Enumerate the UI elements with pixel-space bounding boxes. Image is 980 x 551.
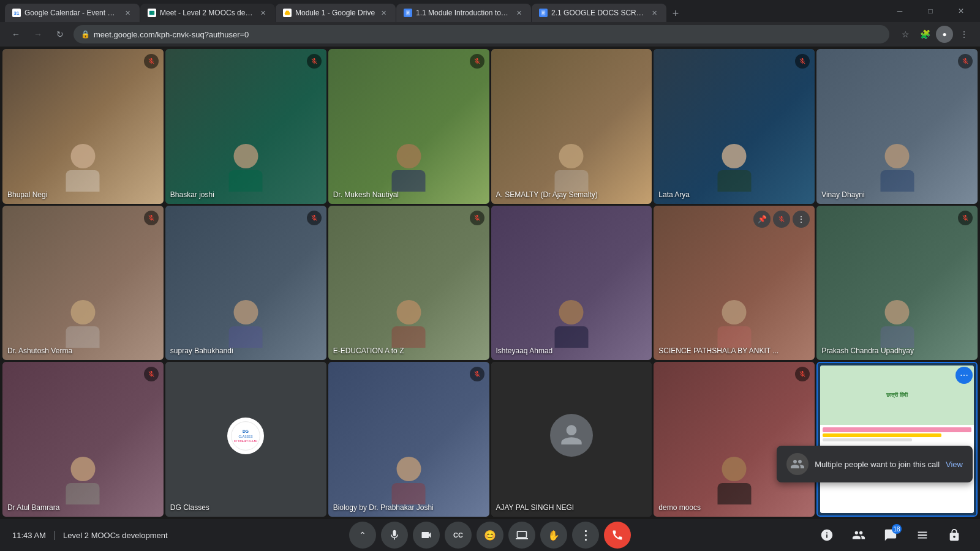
profile-button[interactable]: ● [936,26,953,43]
participant-tile-14[interactable]: DG CLASSES BY DRAJAT GULAN DG Classes [165,362,326,517]
participant-name-13: Dr Atul Bamrara [7,503,59,512]
microphone-button[interactable] [381,522,408,549]
svg-text:BY DRAJAT GULAN: BY DRAJAT GULAN [234,440,257,443]
forward-button[interactable]: → [29,26,47,43]
tab-label-doc1: 1.1 Module Introduction to ICT in... [416,9,510,17]
new-tab-button[interactable]: + [667,5,684,22]
participant-name-7: Dr. Ashutosh Verma [7,347,72,355]
more-options-toggle-button[interactable]: ⌃ [349,522,376,549]
participant-name-9: E-EDUCATION A to Z [333,347,404,355]
tab-favicon-calendar: 31 [12,9,21,17]
emoji-button[interactable]: 😊 [477,522,503,549]
participant-tile-16[interactable]: AJAY PAL SINGH NEGI [491,362,652,517]
meet-main-area: Bhupal Negi Bhaskar joshi Dr. Mukesh Nau… [0,47,980,519]
tab-label-doc2: 2.1 GOOGLE DOCS SCRIPT.docx -... [551,9,646,17]
raise-hand-button[interactable]: ✋ [540,522,567,549]
menu-button[interactable]: ⋮ [956,26,973,43]
mute-icon-3 [470,54,484,69]
tab-close-doc2[interactable]: ✕ [649,8,659,18]
captions-button[interactable]: CC [445,522,472,549]
meeting-title: Level 2 MOOCs development [63,531,168,540]
mute-icon-9 [470,211,484,225]
participant-name-12: Prakash Chandra Upadhyay [821,347,914,355]
notif-text: Multiple people want to join this call [815,460,940,469]
tab-favicon-drive [283,9,292,17]
mute-button-11[interactable] [773,211,790,228]
minimize-button[interactable]: ─ [886,0,914,22]
back-button[interactable]: ← [7,26,24,43]
tab-drive[interactable]: Module 1 - Google Drive ✕ [276,4,396,22]
right-controls: 18 [813,522,968,549]
participant-tile-15[interactable]: Biology by Dr. Prabhakar Joshi [328,362,489,517]
tab-label-calendar: Google Calendar - Event details [24,9,119,17]
participant-tile-12[interactable]: Prakash Chandra Upadhyay [816,206,978,361]
extensions-button[interactable]: 🧩 [916,26,933,43]
info-button[interactable] [813,522,840,549]
maximize-button[interactable]: □ [916,0,944,22]
participant-tile-5[interactable]: Lata Arya [654,49,815,204]
tab-close-drive[interactable]: ✕ [379,8,388,18]
svg-rect-6 [542,13,545,13]
participant-name-6: Vinay Dhayni [821,190,865,199]
mute-icon-8 [307,211,322,225]
tab-close-calendar[interactable]: ✕ [123,8,132,18]
tab-doc2[interactable]: 2.1 GOOGLE DOCS SCRIPT.docx -... ✕ [532,4,666,22]
participant-tile-8[interactable]: supray Bahukhandi [165,206,326,361]
participant-tile-13[interactable]: Dr Atul Bamrara [2,362,164,517]
pin-button-11[interactable]: 📌 [753,211,771,228]
participant-tile-17[interactable]: demo moocs [654,362,815,517]
participant-tile-18[interactable]: छात्री हिंदी ⋯ [816,362,978,517]
dg-classes-logo: DG CLASSES BY DRAJAT GULAN [227,418,264,454]
tab-meet[interactable]: Meet - Level 2 MOOCs devel... ✕ [140,4,275,22]
ajay-avatar [550,414,593,457]
more-button-11[interactable]: ⋮ [793,211,810,228]
person-figure-17 [717,457,751,504]
more-options-button-18[interactable]: ⋯ [956,367,973,384]
notif-title: Multiple people want to join this call [815,460,940,469]
mute-icon-13 [144,367,159,381]
tab-doc1[interactable]: 1.1 Module Introduction to ICT in... ✕ [396,4,531,22]
person-figure-7 [66,300,100,348]
notif-view-button[interactable]: View [946,460,963,469]
participant-tile-6[interactable]: Vinay Dhayni [816,49,978,204]
tab-calendar[interactable]: 31 Google Calendar - Event details ✕ [5,4,140,22]
person-figure-11 [717,300,751,348]
person-figure-13 [66,457,100,504]
participant-tile-1[interactable]: Bhupal Negi [2,49,164,204]
tab-close-doc1[interactable]: ✕ [514,8,524,18]
participant-tile-9[interactable]: E-EDUCATION A to Z [328,206,489,361]
lock-icon: 🔒 [81,30,90,39]
participant-tile-7[interactable]: Dr. Ashutosh Verma [2,206,164,361]
participant-tile-10[interactable]: Ishteyaaq Ahmad [491,206,652,361]
participant-name-3: Dr. Mukesh Nautiyal [333,190,399,199]
time-separator: | [53,530,56,541]
url-bar[interactable]: 🔒 meet.google.com/kph-cnvk-suq?authuser=… [74,25,889,43]
present-button[interactable] [508,522,535,549]
participant-name-14: DG Classes [170,503,209,512]
participant-name-11: SCIENCE PATHSHALA BY ANKIT ... [658,347,778,355]
activities-button[interactable] [909,522,936,549]
participant-tile-4[interactable]: A. SEMALTY (Dr Ajay Semalty) [491,49,652,204]
participant-name-5: Lata Arya [658,190,690,199]
bookmark-button[interactable]: ☆ [897,26,914,43]
participant-tile-2[interactable]: Bhaskar joshi [165,49,326,204]
participant-name-16: AJAY PAL SINGH NEGI [496,503,575,512]
lock-button[interactable] [941,522,968,549]
tab-favicon-doc2 [539,9,548,17]
participant-tile-11[interactable]: 📌 ⋮ SCIENCE PATHSHALA BY ANKIT ... [654,206,815,361]
close-button[interactable]: ✕ [947,0,975,22]
participant-tile-3[interactable]: Dr. Mukesh Nautiyal [328,49,489,204]
mute-icon-2 [307,54,322,69]
people-button[interactable] [845,522,872,549]
end-call-button[interactable] [604,522,631,549]
chat-button[interactable]: 18 [877,522,904,549]
tab-favicon-doc1 [404,9,412,17]
tab-close-meet[interactable]: ✕ [258,8,268,18]
more-controls-button[interactable]: ⋮ [572,522,599,549]
reload-button[interactable]: ↻ [51,26,69,43]
join-notification: Multiple people want to join this call V… [777,446,973,482]
url-text: meet.google.com/kph-cnvk-suq?authuser=0 [94,30,882,39]
bottom-bar: 11:43 AM | Level 2 MOOCs development ⌃ C… [0,519,980,551]
camera-button[interactable] [413,522,440,549]
meeting-info: 11:43 AM | Level 2 MOOCs development [12,530,168,541]
